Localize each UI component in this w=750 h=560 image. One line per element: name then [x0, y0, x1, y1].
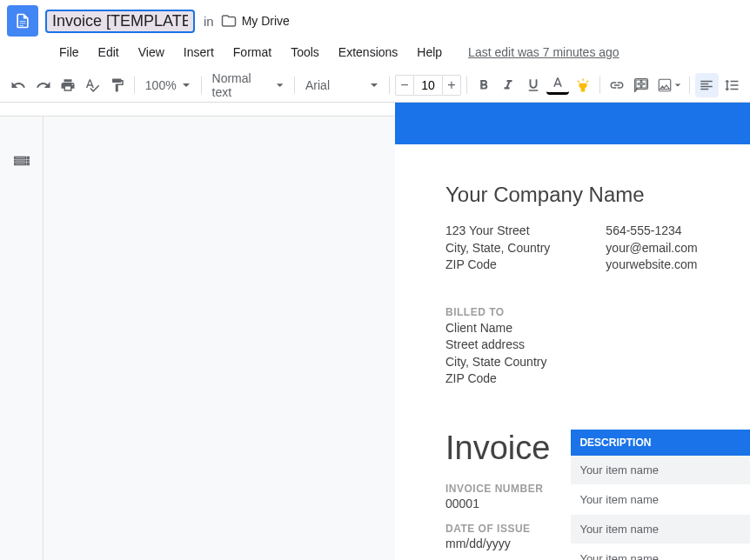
item-row[interactable]: Your item name	[571, 515, 750, 544]
chevron-down-icon	[674, 77, 681, 93]
invoice-title: Invoice	[445, 430, 550, 467]
menu-help[interactable]: Help	[410, 42, 449, 63]
print-icon[interactable]	[57, 73, 79, 97]
menu-insert[interactable]: Insert	[177, 42, 221, 63]
decrease-font-size-button[interactable]: −	[395, 75, 414, 96]
date-of-issue-value: mm/dd/yyyy	[445, 537, 550, 550]
bold-icon[interactable]	[472, 73, 495, 97]
chevron-down-icon	[276, 81, 284, 90]
address-street: 123 Your Street	[445, 223, 550, 240]
header-bar: in My Drive	[0, 0, 750, 38]
outline-icon[interactable]	[12, 151, 31, 170]
menu-edit[interactable]: Edit	[91, 42, 126, 63]
company-address[interactable]: 123 Your Street City, State, Country ZIP…	[445, 223, 550, 274]
font-value: Arial	[305, 78, 330, 92]
separator	[466, 77, 467, 94]
italic-icon[interactable]	[497, 73, 519, 97]
paint-format-icon[interactable]	[106, 73, 129, 97]
menu-extensions[interactable]: Extensions	[331, 42, 405, 63]
description-header: DESCRIPTION	[571, 430, 750, 456]
font-select[interactable]: Arial	[300, 77, 384, 94]
folder-location[interactable]: My Drive	[221, 13, 290, 29]
add-comment-icon[interactable]	[630, 73, 653, 97]
item-row[interactable]: Your item name	[571, 544, 750, 560]
contact-phone: 564-555-1234	[606, 223, 697, 240]
line-spacing-icon[interactable]	[720, 73, 743, 97]
insert-image-icon[interactable]	[654, 73, 684, 97]
text-color-icon[interactable]	[546, 76, 569, 95]
company-name[interactable]: Your Company Name	[445, 183, 750, 207]
document-page[interactable]: Your Company Name 123 Your Street City, …	[395, 103, 750, 560]
zoom-select[interactable]: 100%	[140, 77, 196, 94]
company-contact[interactable]: 564-555-1234 your@email.com yourwebsite.…	[606, 223, 697, 274]
separator	[134, 77, 135, 94]
separator	[389, 77, 390, 94]
item-row[interactable]: Your item name	[571, 456, 750, 485]
billed-name: Client Name	[445, 320, 750, 337]
highlight-icon[interactable]	[571, 73, 593, 97]
paragraph-style-select[interactable]: Normal text	[207, 70, 289, 101]
address-zip: ZIP Code	[445, 257, 550, 274]
separator	[689, 77, 690, 94]
items-table[interactable]: DESCRIPTION Your item name Your item nam…	[571, 430, 750, 560]
contact-email: your@email.com	[606, 240, 697, 257]
invoice-title-col[interactable]: Invoice INVOICE NUMBER 00001 DATE OF ISS…	[445, 430, 550, 560]
chevron-down-icon	[182, 81, 191, 90]
separator	[294, 77, 295, 94]
menu-bar: File Edit View Insert Format Tools Exten…	[0, 38, 750, 68]
contact-website: yourwebsite.com	[606, 257, 697, 274]
address-city: City, State, Country	[445, 240, 550, 257]
insert-link-icon[interactable]	[606, 73, 628, 97]
billed-to-section[interactable]: BILLED TO Client Name Street address Cit…	[445, 305, 750, 388]
billed-to-label: BILLED TO	[445, 305, 750, 320]
menu-file[interactable]: File	[52, 42, 86, 63]
header-band	[395, 103, 750, 144]
separator	[599, 77, 600, 94]
left-sidebar	[0, 117, 44, 560]
menu-tools[interactable]: Tools	[284, 42, 326, 63]
billed-zip: ZIP Code	[445, 370, 750, 388]
item-row[interactable]: Your item name	[571, 485, 750, 515]
spellcheck-icon[interactable]	[81, 73, 104, 97]
undo-icon[interactable]	[7, 73, 30, 97]
date-of-issue-label: DATE OF ISSUE	[445, 523, 550, 535]
folder-name: My Drive	[242, 14, 290, 28]
menu-format[interactable]: Format	[226, 42, 278, 63]
in-label: in	[204, 14, 214, 29]
underline-icon[interactable]	[522, 73, 545, 97]
billed-city: City, State Country	[445, 354, 750, 371]
billed-street: Street address	[445, 337, 750, 354]
font-size-group: − +	[395, 75, 461, 96]
toolbar: 100% Normal text Arial − +	[0, 68, 750, 103]
font-size-input[interactable]	[414, 75, 442, 96]
docs-logo-icon[interactable]	[7, 5, 38, 37]
align-left-icon[interactable]	[695, 73, 718, 97]
invoice-number-value: 00001	[445, 497, 550, 510]
style-value: Normal text	[212, 71, 271, 99]
menu-view[interactable]: View	[131, 42, 171, 63]
redo-icon[interactable]	[31, 73, 54, 97]
invoice-number-label: INVOICE NUMBER	[445, 483, 550, 495]
document-content[interactable]: Your Company Name 123 Your Street City, …	[395, 144, 750, 560]
separator	[201, 77, 202, 94]
document-title-input[interactable]	[45, 10, 195, 33]
increase-font-size-button[interactable]: +	[442, 75, 461, 96]
last-edit-link[interactable]: Last edit was 7 minutes ago	[468, 45, 619, 59]
zoom-value: 100%	[145, 78, 177, 92]
chevron-down-icon	[370, 81, 378, 90]
